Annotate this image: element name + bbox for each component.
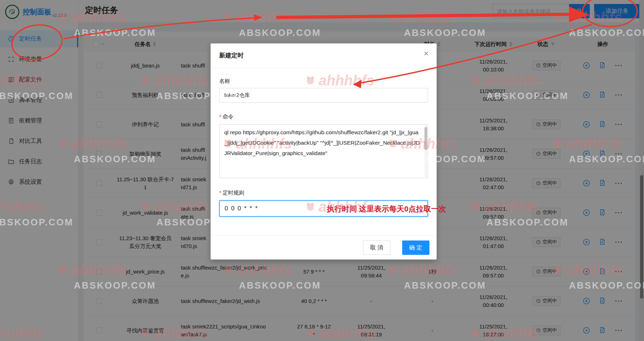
cron-input[interactable]: 0 0 0 * * * xyxy=(219,200,428,217)
cron-field-label: 定时规则 xyxy=(219,190,244,196)
command-textarea[interactable]: ql repo https://ghproxy.com/https://gith… xyxy=(219,124,428,178)
command-scrollbar-thumb[interactable] xyxy=(424,127,427,150)
modal-title: 新建定时 xyxy=(219,51,244,60)
modal-header: 新建定时 × xyxy=(211,43,437,68)
name-input[interactable]: faker2仓库 xyxy=(219,88,428,103)
modal-footer: 取 消 确 定 xyxy=(211,235,437,260)
app-window: 定时任务 添加任务 控制面板 v2.10.9 定时任务环境变量配置 xyxy=(0,0,644,341)
cancel-button[interactable]: 取 消 xyxy=(363,240,390,255)
confirm-button[interactable]: 确 定 xyxy=(402,240,429,255)
new-cron-modal: 新建定时 × 名称 faker2仓库 命令 ql repo https://gh… xyxy=(211,43,437,260)
close-icon[interactable]: × xyxy=(424,49,429,58)
name-field-label: 名称 xyxy=(219,78,230,85)
command-field-label: 命令 xyxy=(219,113,234,120)
